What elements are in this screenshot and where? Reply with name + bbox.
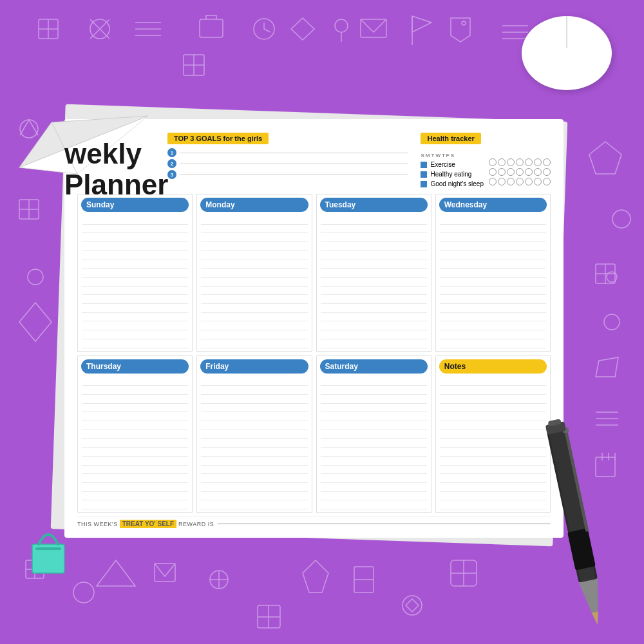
goal-line-2 bbox=[180, 164, 408, 164]
binder-clip-decoration bbox=[26, 522, 71, 580]
day-header-saturday: Saturday bbox=[320, 359, 428, 374]
goal-line-3 bbox=[180, 175, 408, 175]
svg-marker-80 bbox=[592, 612, 601, 626]
eating-color-box bbox=[421, 171, 427, 178]
circle bbox=[516, 158, 524, 166]
goals-label: TOP 3 GOALS for the girls bbox=[167, 133, 269, 144]
planner-title-line1: wekly bbox=[64, 138, 168, 169]
planner-title: wekly Planner bbox=[64, 138, 168, 201]
day-lines-sunday bbox=[78, 214, 192, 351]
svg-point-17 bbox=[335, 19, 348, 32]
reward-line bbox=[218, 524, 551, 524]
day-header-friday: Friday bbox=[200, 359, 308, 374]
eating-label: Healthy eating bbox=[430, 171, 471, 178]
day-cell-monday: Monday bbox=[196, 194, 312, 352]
circle bbox=[525, 178, 533, 185]
circle bbox=[525, 158, 533, 166]
circle bbox=[498, 178, 506, 185]
day-lines-friday bbox=[197, 376, 311, 513]
svg-marker-22 bbox=[451, 18, 470, 42]
day-cell-sunday: Sunday bbox=[77, 194, 193, 352]
svg-marker-16 bbox=[291, 18, 314, 40]
planner-title-line2: Planner bbox=[64, 169, 168, 200]
bottom-reward-text: THIS WEEK'S TREAT YO' SELF REWARD IS bbox=[77, 516, 551, 528]
health-item-eating: Healthy eating bbox=[421, 171, 484, 178]
goal-number-2: 2 bbox=[167, 159, 176, 168]
day-cell-friday: Friday bbox=[196, 355, 312, 513]
svg-rect-56 bbox=[596, 264, 615, 283]
health-item-sleep: Good night's sleep bbox=[421, 180, 484, 187]
day-cell-tuesday: Tuesday bbox=[316, 194, 431, 352]
svg-point-3 bbox=[90, 19, 109, 39]
svg-marker-54 bbox=[589, 142, 621, 174]
sleep-label: Good night's sleep bbox=[430, 180, 484, 187]
circle bbox=[507, 168, 515, 176]
svg-marker-79 bbox=[579, 579, 605, 614]
svg-rect-41 bbox=[354, 567, 374, 592]
day-cell-saturday: Saturday bbox=[316, 355, 431, 513]
day-lines-notes bbox=[436, 376, 550, 513]
svg-rect-19 bbox=[361, 19, 386, 37]
circle bbox=[516, 168, 524, 176]
svg-rect-12 bbox=[200, 19, 223, 37]
circle bbox=[543, 178, 551, 185]
svg-point-55 bbox=[612, 210, 630, 228]
svg-rect-78 bbox=[567, 528, 596, 570]
circle bbox=[507, 158, 515, 166]
goals-section: TOP 3 GOALS for the girls 1 2 3 bbox=[167, 132, 408, 181]
goal-item-3: 3 bbox=[167, 170, 408, 179]
svg-marker-53 bbox=[19, 303, 52, 341]
day-header-tuesday: Tuesday bbox=[320, 198, 428, 212]
bottom-text-suffix: REWARD IS bbox=[178, 521, 214, 527]
svg-point-52 bbox=[28, 269, 43, 285]
circle bbox=[498, 168, 506, 176]
svg-point-13 bbox=[254, 19, 274, 39]
svg-rect-9 bbox=[184, 55, 204, 75]
exercise-label: Exercise bbox=[430, 161, 455, 168]
svg-point-43 bbox=[402, 596, 422, 615]
circle bbox=[489, 168, 497, 176]
svg-marker-44 bbox=[406, 599, 419, 612]
svg-rect-45 bbox=[451, 560, 477, 586]
goal-item-2: 2 bbox=[167, 159, 408, 168]
mouse-decoration bbox=[515, 13, 618, 97]
circle bbox=[516, 178, 524, 185]
svg-line-5 bbox=[90, 19, 109, 39]
circle bbox=[534, 158, 542, 166]
day-lines-tuesday bbox=[317, 214, 431, 351]
svg-point-68 bbox=[607, 272, 617, 282]
day-cell-notes: Notes bbox=[435, 355, 551, 513]
circle bbox=[498, 158, 506, 166]
day-cell-thursday: Thursday bbox=[77, 355, 193, 513]
svg-marker-40 bbox=[303, 560, 328, 592]
day-header-thursday: Thursday bbox=[81, 359, 189, 374]
sleep-color-box bbox=[421, 181, 427, 187]
day-lines-thursday bbox=[78, 376, 192, 513]
day-header-monday: Monday bbox=[200, 198, 308, 212]
svg-rect-33 bbox=[155, 564, 175, 582]
svg-point-31 bbox=[73, 582, 94, 603]
svg-point-23 bbox=[462, 21, 466, 25]
bottom-text-prefix: THIS WEEK'S bbox=[77, 521, 118, 527]
exercise-color-box bbox=[421, 162, 427, 168]
goal-number-3: 3 bbox=[167, 170, 176, 179]
circle bbox=[534, 178, 542, 185]
svg-rect-0 bbox=[39, 19, 58, 39]
day-header-notes: Notes bbox=[439, 359, 547, 374]
health-tracker-label: Health tracker bbox=[421, 133, 480, 144]
svg-rect-37 bbox=[258, 605, 280, 628]
svg-rect-64 bbox=[596, 457, 615, 477]
svg-point-34 bbox=[210, 571, 228, 589]
svg-line-15 bbox=[264, 29, 270, 32]
goal-number-1: 1 bbox=[167, 148, 176, 157]
circle bbox=[507, 178, 515, 185]
svg-point-59 bbox=[604, 314, 620, 330]
tracker-circles bbox=[489, 148, 551, 187]
circle bbox=[543, 158, 551, 166]
health-tracker-section: Health tracker SMTWTFS Exercise bbox=[421, 132, 551, 187]
treat-highlight: TREAT YO' SELF bbox=[120, 520, 176, 528]
day-cell-wednesday: Wednesday bbox=[435, 194, 551, 352]
circle bbox=[489, 158, 497, 166]
day-lines-wednesday bbox=[436, 214, 550, 351]
circle bbox=[525, 168, 533, 176]
